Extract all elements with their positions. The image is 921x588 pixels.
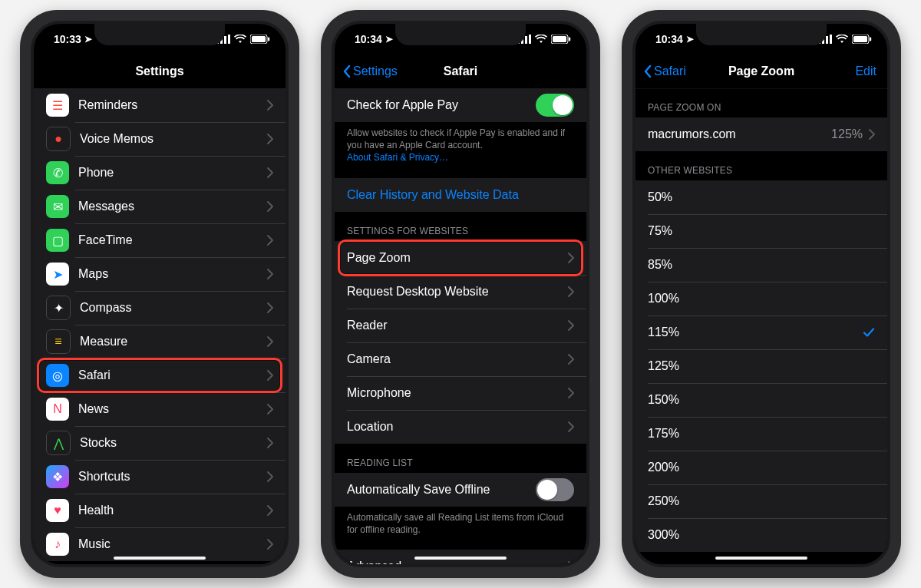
reading-footer: Automatically save all Reading List item… bbox=[335, 507, 586, 543]
checkmark-icon bbox=[863, 326, 875, 339]
cell-label: 150% bbox=[648, 393, 875, 407]
chevron-right-icon bbox=[568, 388, 574, 398]
cell-label: Clear History and Website Data bbox=[347, 188, 574, 202]
settings-row-voice-memos[interactable]: ●Voice Memos bbox=[34, 122, 286, 156]
zoom-option-75[interactable]: 75% bbox=[635, 214, 887, 248]
section-header-other: OTHER WEBSITES bbox=[635, 151, 887, 180]
cell-label: Health bbox=[78, 504, 267, 517]
settings-row-safari[interactable]: ◎Safari bbox=[34, 358, 286, 392]
check-apple-pay-row[interactable]: Check for Apple Pay bbox=[335, 88, 586, 122]
cell-label: Microphone bbox=[347, 386, 568, 400]
svg-rect-2 bbox=[224, 36, 226, 44]
chevron-right-icon bbox=[267, 134, 273, 144]
section-header-reading: READING LIST bbox=[335, 444, 586, 473]
settings-row-measure[interactable]: ≡Measure bbox=[34, 325, 286, 358]
zoom-option-85[interactable]: 85% bbox=[635, 248, 887, 282]
auto-save-offline-row[interactable]: Automatically Save Offline bbox=[335, 473, 586, 507]
compass-icon: ✦ bbox=[46, 296, 71, 320]
cell-label: Messages bbox=[78, 200, 267, 213]
section-header-zoom-on: PAGE ZOOM ON bbox=[635, 88, 887, 117]
nav-back-button[interactable]: Safari bbox=[643, 64, 686, 78]
section-header-websites: SETTINGS FOR WEBSITES bbox=[335, 212, 586, 241]
website-setting-camera[interactable]: Camera bbox=[335, 342, 586, 376]
site-zoom-row[interactable]: macrumors.com 125% bbox=[635, 117, 887, 151]
cell-label: Phone bbox=[78, 166, 267, 180]
settings-row-news[interactable]: NNews bbox=[34, 392, 286, 426]
clear-history-row[interactable]: Clear History and Website Data bbox=[335, 178, 586, 212]
location-arrow-icon: ➤ bbox=[686, 34, 694, 45]
cell-label: 125% bbox=[648, 359, 875, 373]
settings-row-compass[interactable]: ✦Compass bbox=[34, 291, 286, 325]
site-domain: macrumors.com bbox=[648, 127, 831, 141]
website-setting-page-zoom[interactable]: Page Zoom bbox=[335, 241, 586, 275]
chevron-right-icon bbox=[267, 370, 273, 381]
zoom-option-300[interactable]: 300% bbox=[635, 518, 887, 552]
website-setting-reader[interactable]: Reader bbox=[335, 309, 586, 342]
wifi-icon bbox=[234, 35, 246, 44]
nav-title: Safari bbox=[444, 64, 477, 78]
phones-row: 10:33 ➤ Settings ☰Reminders●Voice Memos✆… bbox=[20, 10, 901, 578]
cell-label: News bbox=[78, 402, 267, 416]
wifi-icon bbox=[535, 35, 547, 44]
chevron-right-icon bbox=[568, 561, 574, 564]
settings-row-health[interactable]: ♥︎Health bbox=[34, 494, 286, 527]
cell-label: Automatically Save Offline bbox=[347, 483, 536, 497]
settings-row-stocks[interactable]: ⋀Stocks bbox=[34, 426, 286, 460]
chevron-right-icon bbox=[267, 167, 273, 178]
stocks-icon: ⋀ bbox=[46, 431, 71, 455]
phone-2: 10:34 ➤ Settings Safari bbox=[321, 10, 600, 578]
svg-rect-17 bbox=[830, 35, 832, 44]
notch bbox=[94, 24, 225, 45]
apple-pay-footer: Allow websites to check if Apple Pay is … bbox=[335, 122, 586, 172]
zoom-option-125[interactable]: 125% bbox=[635, 349, 887, 383]
chevron-right-icon bbox=[267, 438, 273, 448]
cell-label: Measure bbox=[80, 335, 267, 349]
zoom-option-200[interactable]: 200% bbox=[635, 451, 887, 484]
safari-settings-list[interactable]: Check for Apple Pay Allow websites to ch… bbox=[335, 88, 586, 564]
news-icon: N bbox=[46, 398, 69, 421]
settings-row-maps[interactable]: ➤Maps bbox=[34, 257, 286, 291]
website-setting-request-desktop-website[interactable]: Request Desktop Website bbox=[335, 275, 586, 309]
home-indicator[interactable] bbox=[114, 557, 206, 560]
settings-row-reminders[interactable]: ☰Reminders bbox=[34, 88, 286, 122]
settings-row-shortcuts[interactable]: ❖Shortcuts bbox=[34, 460, 286, 494]
chevron-right-icon bbox=[568, 320, 574, 331]
home-indicator[interactable] bbox=[715, 557, 807, 560]
website-setting-microphone[interactable]: Microphone bbox=[335, 376, 586, 410]
maps-icon: ➤ bbox=[46, 263, 69, 286]
settings-list[interactable]: ☰Reminders●Voice Memos✆Phone✉︎Messages▢F… bbox=[34, 88, 286, 564]
apple-pay-toggle[interactable] bbox=[536, 94, 574, 117]
cell-label: 175% bbox=[648, 427, 875, 441]
settings-row-phone[interactable]: ✆Phone bbox=[34, 156, 286, 190]
chevron-right-icon bbox=[267, 404, 273, 415]
zoom-option-150[interactable]: 150% bbox=[635, 383, 887, 417]
svg-rect-3 bbox=[228, 35, 230, 44]
chevron-left-icon bbox=[643, 64, 652, 78]
zoom-option-250[interactable]: 250% bbox=[635, 484, 887, 518]
phone-1: 10:33 ➤ Settings ☰Reminders●Voice Memos✆… bbox=[20, 10, 299, 578]
cell-label: Reminders bbox=[78, 98, 267, 112]
zoom-option-175[interactable]: 175% bbox=[635, 417, 887, 451]
measure-icon: ≡ bbox=[46, 329, 71, 354]
chevron-left-icon bbox=[342, 64, 352, 78]
zoom-option-100[interactable]: 100% bbox=[635, 282, 887, 315]
nav-title: Page Zoom bbox=[728, 64, 794, 78]
page-zoom-list[interactable]: PAGE ZOOM ON macrumors.com 125% OTHER WE… bbox=[635, 88, 887, 564]
facetime-icon: ▢ bbox=[46, 229, 69, 252]
battery-icon bbox=[250, 35, 270, 44]
cell-label: Location bbox=[347, 420, 568, 434]
nav-edit-button[interactable]: Edit bbox=[855, 64, 876, 78]
cell-label: 50% bbox=[648, 190, 875, 204]
about-safari-privacy-link[interactable]: About Safari & Privacy… bbox=[347, 152, 448, 163]
chevron-right-icon bbox=[267, 539, 273, 550]
zoom-option-115[interactable]: 115% bbox=[635, 315, 887, 349]
cell-label: Compass bbox=[80, 301, 267, 315]
nav-back-button[interactable]: Settings bbox=[342, 64, 398, 78]
settings-row-facetime[interactable]: ▢FaceTime bbox=[34, 223, 286, 257]
chevron-right-icon bbox=[267, 100, 273, 111]
auto-save-offline-toggle[interactable] bbox=[536, 478, 574, 501]
website-setting-location[interactable]: Location bbox=[335, 410, 586, 444]
zoom-option-50[interactable]: 50% bbox=[635, 180, 887, 214]
settings-row-messages[interactable]: ✉︎Messages bbox=[34, 190, 286, 223]
home-indicator[interactable] bbox=[414, 557, 507, 560]
